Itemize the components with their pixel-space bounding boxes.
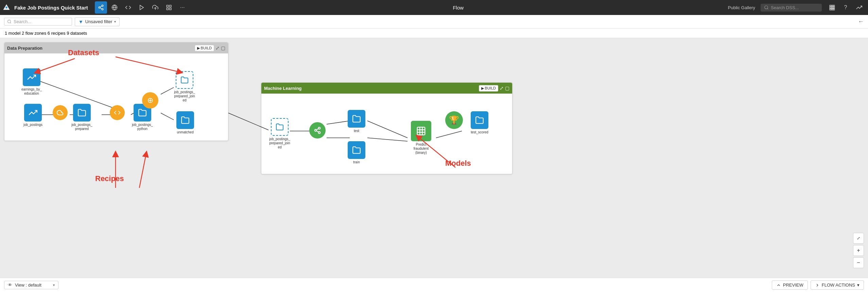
ml-expand-icon[interactable]: ⤢ [500, 85, 504, 91]
node-join-recipe[interactable]: ⊕ [142, 92, 159, 109]
flow-search-input[interactable] [14, 19, 68, 24]
preview-label: PREVIEW [783, 282, 803, 286]
bottombar: 👁 View : default ▾ PREVIEW FLOW ACTIONS … [0, 278, 868, 286]
deploy-icon-btn[interactable] [149, 1, 161, 14]
svg-rect-20 [830, 7, 831, 9]
node-prepared-joined[interactable]: job_postings_prepared_joined [174, 71, 195, 102]
svg-line-44 [316, 131, 318, 132]
node-predict[interactable]: Predict fraudulent (binary) [407, 121, 435, 155]
svg-line-39 [367, 138, 407, 141]
model-link[interactable]: model [8, 31, 20, 36]
node-test[interactable]: test [346, 110, 367, 133]
flow-actions-btn[interactable]: FLOW ACTIONS ▾ [811, 280, 864, 286]
view-select[interactable]: 👁 View : default ▾ [4, 281, 58, 286]
ml-header: Machine Learning ▶ BUILD ⤢ ▢ [261, 83, 512, 94]
toolbar-right: ← [858, 18, 864, 25]
data-prep-header: Data Preparation ▶ BUILD ⤢ ▢ [4, 43, 228, 53]
svg-point-2 [102, 5, 103, 7]
job-postings-python-label: job_postings_python [132, 123, 153, 131]
flow-actions-arrow: ▾ [857, 282, 860, 286]
node-python-recipe[interactable] [110, 105, 125, 120]
expand-canvas-btn[interactable]: ⤢ [853, 233, 864, 244]
node-ml-input[interactable]: job_postings_prepared_joined [269, 118, 291, 149]
stats-icon-btn[interactable] [853, 1, 865, 14]
help-icon-btn[interactable]: ? [839, 1, 852, 14]
svg-point-15 [765, 6, 768, 9]
node-unmatched[interactable]: unmatched [174, 111, 196, 134]
svg-point-26 [8, 20, 11, 23]
global-search-input[interactable] [771, 5, 818, 10]
earnings-label: earnings_by_education [21, 87, 42, 96]
brush-icon [53, 105, 68, 120]
svg-rect-25 [833, 9, 835, 10]
zoom-out-btn[interactable]: − [853, 257, 864, 268]
center-label: Flow [447, 5, 469, 11]
view-label: View : default [15, 282, 41, 286]
code-icon-btn[interactable] [122, 1, 134, 14]
view-arrow-icon: ▾ [53, 283, 55, 286]
python-icon [110, 105, 125, 120]
zone-controls: ▶ BUILD ⤢ ▢ [195, 45, 225, 51]
svg-line-45 [316, 129, 318, 130]
unmatched-label: unmatched [177, 130, 193, 134]
data-prep-expand-icon[interactable]: ⤢ [215, 45, 220, 51]
unmatched-icon [176, 111, 194, 129]
ml-minimize-icon[interactable]: ▢ [505, 85, 509, 91]
filter-icon: ▼ [79, 19, 83, 25]
data-prep-build-btn[interactable]: ▶ BUILD [195, 45, 214, 51]
node-split-recipe[interactable] [309, 122, 326, 139]
test-label: test [354, 129, 359, 133]
datasets-link[interactable]: datasets [70, 31, 87, 36]
more-icon-btn[interactable]: ··· [176, 1, 189, 14]
prepared-joined-icon [176, 71, 193, 89]
topnav: Fake Job Postings Quick Start ··· Flow P… [0, 0, 868, 15]
zones-link[interactable]: flow zones [25, 31, 46, 36]
svg-line-16 [767, 9, 768, 10]
svg-rect-12 [169, 5, 171, 7]
global-search[interactable] [761, 4, 822, 12]
prepared-joined-label: job_postings_prepared_joined [174, 90, 195, 102]
job-postings-prepared-label: job_postings_prepared [71, 123, 93, 131]
data-preparation-zone: Data Preparation ▶ BUILD ⤢ ▢ [4, 42, 228, 141]
test-scored-icon [471, 111, 488, 129]
apps-icon-btn[interactable] [826, 1, 838, 14]
test-icon [348, 110, 365, 128]
svg-point-41 [318, 127, 320, 129]
node-test-scored[interactable]: test_scored [469, 111, 490, 134]
node-train[interactable]: train [346, 141, 367, 164]
recipes-annotation: Recipes [95, 174, 124, 183]
node-brush-recipe[interactable] [53, 105, 68, 120]
svg-line-6 [100, 6, 102, 7]
svg-line-33 [161, 87, 174, 94]
back-button[interactable]: ← [858, 18, 864, 25]
globe-icon-btn[interactable] [108, 1, 121, 14]
ml-build-btn[interactable]: ▶ BUILD [479, 85, 498, 92]
filter-dropdown[interactable]: ▼ Unsaved filter ▾ [75, 17, 120, 26]
model-count: 1 [5, 31, 7, 36]
train-label: train [353, 160, 360, 164]
public-gallery-link[interactable]: Public Gallery [728, 5, 755, 10]
zones-count: 2 [22, 31, 24, 36]
svg-line-55 [139, 154, 146, 188]
svg-rect-46 [417, 127, 425, 135]
node-earnings[interactable]: earnings_by_education [21, 68, 42, 96]
recipes-annotation-text: Recipes [95, 174, 124, 183]
zoom-in-btn[interactable]: + [853, 245, 864, 256]
node-trophy[interactable]: 🏆 [445, 111, 463, 129]
ml-zone-controls: ▶ BUILD ⤢ ▢ [479, 85, 509, 92]
data-prep-minimize-icon[interactable]: ▢ [221, 45, 225, 51]
flow-search[interactable] [4, 18, 72, 26]
node-job-postings-prepared[interactable]: job_postings_prepared [71, 104, 93, 131]
preview-btn[interactable]: PREVIEW [772, 280, 808, 286]
share-icon-btn[interactable] [95, 1, 107, 14]
svg-rect-19 [833, 5, 835, 6]
data-prep-body: earnings_by_education job_postings [4, 53, 228, 141]
node-job-postings[interactable]: job_postings [22, 104, 44, 127]
recipes-link[interactable]: recipes [51, 31, 66, 36]
topnav-right-icons: ? [826, 1, 865, 14]
svg-rect-22 [833, 7, 835, 9]
filter-label: Unsaved filter [85, 19, 112, 24]
play-icon-btn[interactable] [136, 1, 148, 14]
logo[interactable] [3, 4, 10, 11]
grid-icon-btn[interactable] [163, 1, 175, 14]
